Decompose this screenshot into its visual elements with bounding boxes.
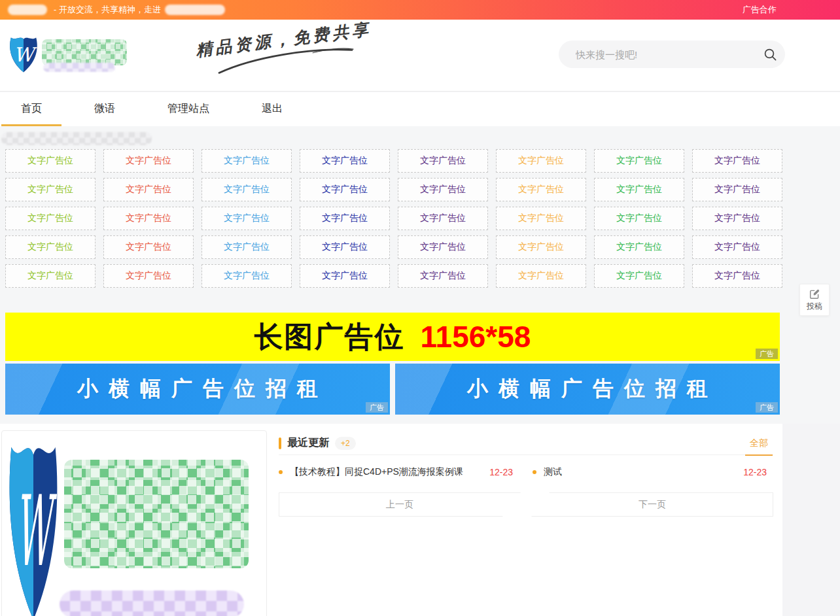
text-ad-slot[interactable]: 文字广告位 (300, 235, 390, 259)
text-ad-label: 文字广告位 (224, 270, 270, 282)
article-item[interactable]: 【技术教程】同捉C4D+PS潮流海报案例课 12-23 (279, 466, 519, 478)
main-nav: 首页 微语 管理站点 退出 (0, 92, 840, 126)
view-all-link[interactable]: 全部 (744, 437, 773, 449)
text-ad-slot[interactable]: 文字广告位 (594, 207, 684, 230)
text-ad-slot[interactable]: 文字广告位 (692, 207, 782, 230)
article-date: 12-23 (489, 467, 519, 477)
text-ad-label: 文字广告位 (27, 155, 73, 167)
search-icon (763, 48, 777, 61)
text-ad-slot[interactable]: 文字广告位 (398, 149, 488, 173)
small-banner-ad-left[interactable]: 小横幅广告位招租 广告 (5, 364, 390, 415)
article-title[interactable]: 测试 (544, 466, 562, 478)
nav-item-manage-site[interactable]: 管理站点 (152, 92, 225, 126)
censored-site-name-blob (8, 5, 47, 15)
text-ad-slot[interactable]: 文字广告位 (201, 178, 292, 201)
text-ad-label: 文字广告位 (518, 155, 564, 167)
text-ad-slot[interactable]: 文字广告位 (103, 149, 194, 173)
search-bar (559, 41, 785, 68)
text-ad-slot[interactable]: 文字广告位 (594, 235, 684, 259)
search-input[interactable] (559, 49, 755, 60)
prev-page-button[interactable]: 上一页 (279, 492, 521, 517)
text-ad-label: 文字广告位 (224, 241, 270, 253)
text-ad-slot[interactable]: 文字广告位 (496, 235, 586, 259)
text-ad-slot[interactable]: 文字广告位 (103, 235, 194, 259)
pagination: 上一页 下一页 (279, 492, 773, 517)
article-date: 12-23 (743, 467, 773, 477)
text-ad-slot[interactable]: 文字广告位 (5, 235, 96, 259)
ad-tag: 广告 (756, 349, 778, 359)
text-ad-label: 文字广告位 (518, 184, 564, 196)
text-ad-label: 文字广告位 (27, 241, 73, 253)
text-ad-slot[interactable]: 文字广告位 (692, 235, 782, 259)
text-ad-label: 文字广告位 (126, 155, 171, 167)
text-ad-slot[interactable]: 文字广告位 (398, 178, 488, 201)
text-ad-slot[interactable]: 文字广告位 (692, 178, 782, 201)
bullet-icon (279, 470, 283, 474)
censored-site-name-mosaic (42, 39, 127, 65)
text-ad-label: 文字广告位 (616, 213, 662, 224)
text-ad-slot[interactable]: 文字广告位 (201, 235, 292, 259)
text-ad-slot[interactable]: 文字广告位 (103, 207, 194, 230)
text-ad-slot[interactable]: 文字广告位 (692, 149, 782, 173)
text-ad-slot[interactable]: 文字广告位 (594, 264, 684, 288)
text-ad-slot[interactable]: 文字广告位 (496, 264, 586, 288)
text-ad-label: 文字广告位 (518, 241, 564, 253)
text-ad-slot[interactable]: 文字广告位 (398, 235, 488, 259)
search-button[interactable] (755, 41, 785, 68)
text-ad-slot[interactable]: 文字广告位 (300, 207, 390, 230)
nav-item-home[interactable]: 首页 (5, 92, 58, 126)
text-ad-slot[interactable]: 文字广告位 (5, 207, 96, 230)
text-ad-slot[interactable]: 文字广告位 (594, 178, 684, 201)
submit-post-button[interactable]: 投稿 (799, 284, 830, 316)
text-ad-label: 文字广告位 (224, 184, 270, 196)
text-ad-slot[interactable]: 文字广告位 (103, 264, 194, 288)
text-ad-label: 文字广告位 (126, 184, 171, 196)
topbar-notice: - 开放交流，共享精神，走进 (54, 4, 161, 16)
nav-item-weiyu[interactable]: 微语 (79, 92, 131, 126)
text-ad-label: 文字广告位 (714, 270, 760, 282)
small-banner-ad-right[interactable]: 小横幅广告位招租 广告 (395, 364, 780, 415)
text-ad-slot[interactable]: 文字广告位 (594, 149, 684, 173)
text-ad-slot[interactable]: 文字广告位 (5, 178, 96, 201)
text-ad-slot[interactable]: 文字广告位 (5, 264, 96, 288)
text-ad-label: 文字广告位 (322, 155, 368, 167)
text-ad-slot[interactable]: 文字广告位 (496, 178, 586, 201)
text-ad-label: 文字广告位 (616, 155, 662, 167)
text-ad-slot[interactable]: 文字广告位 (201, 264, 292, 288)
censored-site-subtitle-mosaic (43, 63, 115, 72)
text-ad-slot[interactable]: 文字广告位 (398, 264, 488, 288)
article-title[interactable]: 【技术教程】同捉C4D+PS潮流海报案例课 (290, 466, 463, 478)
text-ad-slot[interactable]: 文字广告位 (300, 264, 390, 288)
text-ad-label: 文字广告位 (420, 155, 466, 167)
text-ad-slot[interactable]: 文字广告位 (496, 207, 586, 230)
text-ad-slot[interactable]: 文字广告位 (692, 264, 782, 288)
text-ad-slot[interactable]: 文字广告位 (201, 207, 292, 230)
small-banner-row: 小横幅广告位招租 广告 小横幅广告位招租 广告 (5, 364, 780, 415)
text-ad-label: 文字广告位 (420, 241, 466, 253)
text-ad-slot[interactable]: 文字广告位 (201, 149, 292, 173)
site-profile-card: W (1, 430, 267, 616)
text-ad-slot[interactable]: 文字广告位 (300, 149, 390, 173)
text-ad-label: 文字广告位 (322, 213, 368, 224)
page: { "topbar": { "notice_prefix": "- 开放交流，共… (0, 0, 840, 616)
text-ad-slot[interactable]: 文字广告位 (5, 149, 96, 173)
text-ad-slot[interactable]: 文字广告位 (496, 149, 586, 173)
long-banner-ad[interactable]: 长图广告位 1156*58 广告 (5, 313, 780, 361)
text-ad-label: 文字广告位 (322, 241, 368, 253)
next-page-button[interactable]: 下一页 (531, 492, 773, 517)
text-ad-slot[interactable]: 文字广告位 (300, 178, 390, 201)
small-banner-label: 小横幅广告位招租 (457, 375, 718, 403)
panel-title: 最近更新 (287, 436, 329, 450)
nav-item-logout[interactable]: 退出 (246, 92, 298, 126)
text-ad-slot[interactable]: 文字广告位 (398, 207, 488, 230)
text-ad-label: 文字广告位 (518, 213, 564, 224)
text-ad-label: 文字广告位 (126, 241, 171, 253)
text-ad-slot[interactable]: 文字广告位 (103, 178, 194, 201)
logo-shield-icon: W (6, 436, 61, 616)
ad-tag: 广告 (366, 402, 388, 413)
ad-cooperation-link[interactable]: 广告合作 (743, 0, 777, 20)
recent-updates-panel: 最近更新 +2 全部 【技术教程】同捉C4D+PS潮流海报案例课 12-23 测… (279, 432, 773, 517)
article-item[interactable]: 测试 12-23 (533, 466, 773, 478)
text-ad-label: 文字广告位 (126, 213, 171, 224)
text-ad-label: 文字广告位 (27, 184, 73, 196)
